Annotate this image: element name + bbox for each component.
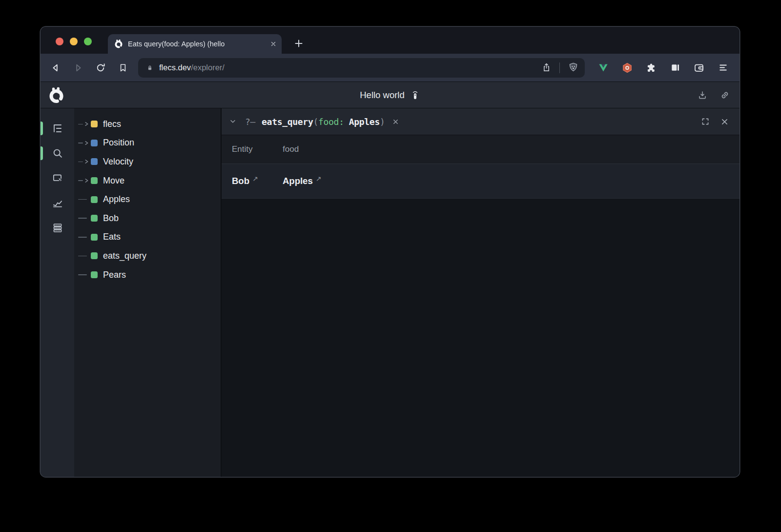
browser-tab[interactable]: Eats query(food: Apples) (hello bbox=[108, 34, 282, 54]
sidebar-item-entity-tree[interactable] bbox=[41, 116, 74, 141]
reload-button[interactable] bbox=[94, 61, 107, 74]
sidebar-item-statistics[interactable] bbox=[41, 190, 74, 215]
close-window-button[interactable] bbox=[56, 38, 63, 45]
tree-connector bbox=[78, 121, 91, 127]
tab-close-icon[interactable] bbox=[270, 41, 277, 47]
flecs-logo-icon[interactable] bbox=[47, 86, 65, 104]
download-button[interactable] bbox=[697, 89, 708, 101]
result-table-header: Entity food bbox=[222, 135, 740, 164]
back-button[interactable] bbox=[49, 61, 62, 74]
url-path: /explorer/ bbox=[191, 63, 225, 72]
remote-connection-icon[interactable] bbox=[410, 89, 420, 101]
brave-shield-icon bbox=[568, 62, 579, 73]
tree-connector bbox=[78, 218, 91, 219]
query-arg-value: Apples bbox=[349, 117, 380, 127]
bookmark-button[interactable] bbox=[117, 61, 129, 74]
chevron-right-icon bbox=[84, 140, 89, 146]
query-clear-button[interactable] bbox=[392, 118, 399, 125]
copy-link-button[interactable] bbox=[719, 89, 731, 101]
query-arg-name: food bbox=[318, 117, 339, 127]
fullscreen-button[interactable] bbox=[700, 116, 711, 127]
tree-connector bbox=[78, 159, 91, 164]
tree-item-pears[interactable]: Pears bbox=[78, 266, 221, 285]
flecs-favicon-icon bbox=[114, 39, 123, 49]
stats-icon bbox=[51, 197, 64, 209]
back-icon bbox=[50, 62, 62, 74]
bookmark-icon bbox=[118, 62, 128, 73]
forward-icon bbox=[72, 62, 84, 74]
tree-item-label: flecs bbox=[103, 119, 121, 129]
share-icon bbox=[541, 62, 552, 73]
entity-tree-panel: flecs Position Velocity Move Apples bbox=[74, 108, 221, 477]
query-panel-empty-area bbox=[222, 199, 740, 477]
wallet-button[interactable] bbox=[693, 62, 705, 74]
sidebar-toggle-button[interactable] bbox=[669, 62, 681, 74]
tree-item-label: Velocity bbox=[103, 157, 133, 167]
entity-color-square bbox=[91, 215, 98, 222]
tree-connector bbox=[78, 237, 91, 238]
close-icon bbox=[720, 118, 729, 126]
close-panel-button[interactable] bbox=[719, 116, 730, 127]
query-name: eats_query bbox=[262, 117, 313, 127]
minimize-window-button[interactable] bbox=[70, 38, 78, 45]
tree-item-bob[interactable]: Bob bbox=[78, 209, 221, 228]
puzzle-icon bbox=[645, 62, 657, 74]
close-icon bbox=[392, 118, 399, 125]
query-panel-header: ?–eats_query(food:Apples) bbox=[222, 108, 740, 135]
tree-item-eats[interactable]: Eats bbox=[78, 228, 221, 247]
tree-item-velocity[interactable]: Velocity bbox=[78, 152, 221, 171]
download-icon bbox=[697, 90, 708, 101]
tree-item-label: Pears bbox=[103, 270, 126, 280]
browser-menu-button[interactable] bbox=[717, 62, 729, 74]
entity-value: Bob bbox=[232, 176, 249, 186]
hex-extension-button[interactable] bbox=[621, 62, 633, 74]
sidebar-item-inspector[interactable] bbox=[41, 165, 74, 190]
search-icon bbox=[51, 147, 64, 160]
forward-button[interactable] bbox=[72, 61, 84, 74]
query-open-paren: ( bbox=[313, 117, 318, 127]
tree-item-position[interactable]: Position bbox=[78, 134, 221, 153]
new-tab-button[interactable] bbox=[292, 37, 305, 50]
tree-connector bbox=[78, 274, 91, 275]
reload-icon bbox=[95, 62, 106, 74]
url-host: flecs.dev bbox=[159, 63, 191, 72]
lock-icon[interactable] bbox=[146, 64, 154, 72]
tree-connector bbox=[78, 178, 91, 184]
tab-title: Eats query(food: Apples) (hello bbox=[128, 40, 266, 48]
query-prefix: ?– bbox=[245, 117, 255, 127]
panel-switcher bbox=[41, 108, 74, 477]
share-button[interactable] bbox=[541, 62, 552, 73]
sidebar-item-query-search[interactable] bbox=[41, 141, 74, 165]
food-value: Apples bbox=[283, 176, 313, 186]
vue-devtools-button[interactable] bbox=[597, 62, 609, 74]
cell-food: Apples ↗ bbox=[283, 176, 321, 186]
chevron-right-icon bbox=[84, 159, 89, 164]
toolbar-separator bbox=[559, 62, 560, 73]
tree-item-label: eats_query bbox=[103, 251, 146, 261]
query-expression: ?–eats_query(food:Apples) bbox=[245, 117, 385, 127]
column-header-entity: Entity bbox=[232, 144, 283, 154]
collapse-chevron-down-icon[interactable] bbox=[229, 118, 237, 125]
tree-connector bbox=[78, 256, 91, 257]
address-bar[interactable]: flecs.dev/explorer/ bbox=[138, 58, 585, 78]
extensions-area bbox=[585, 62, 733, 74]
zoom-window-button[interactable] bbox=[84, 38, 92, 45]
query-colon: : bbox=[339, 117, 349, 127]
sidebar-item-tables[interactable] bbox=[41, 215, 74, 240]
external-link-arrow[interactable]: ↗ bbox=[316, 175, 322, 183]
brave-shield-button[interactable] bbox=[568, 62, 579, 73]
browser-toolbar: flecs.dev/explorer/ bbox=[41, 54, 740, 82]
external-link-arrow[interactable]: ↗ bbox=[252, 175, 258, 183]
world-title: Hello world bbox=[360, 90, 405, 101]
wallet-icon bbox=[693, 62, 705, 74]
tree-item-apples[interactable]: Apples bbox=[78, 190, 221, 209]
table-row[interactable]: Bob ↗ Apples ↗ bbox=[222, 164, 740, 199]
sidebar-panel-icon bbox=[670, 62, 681, 73]
tree-item-move[interactable]: Move bbox=[78, 171, 221, 190]
tree-item-flecs[interactable]: flecs bbox=[78, 115, 221, 134]
tree-item-eats-query[interactable]: eats_query bbox=[78, 246, 221, 266]
tree-item-label: Bob bbox=[103, 213, 119, 224]
tree-item-label: Apples bbox=[103, 194, 130, 205]
extensions-button[interactable] bbox=[645, 62, 657, 74]
cell-entity: Bob ↗ bbox=[232, 176, 283, 186]
